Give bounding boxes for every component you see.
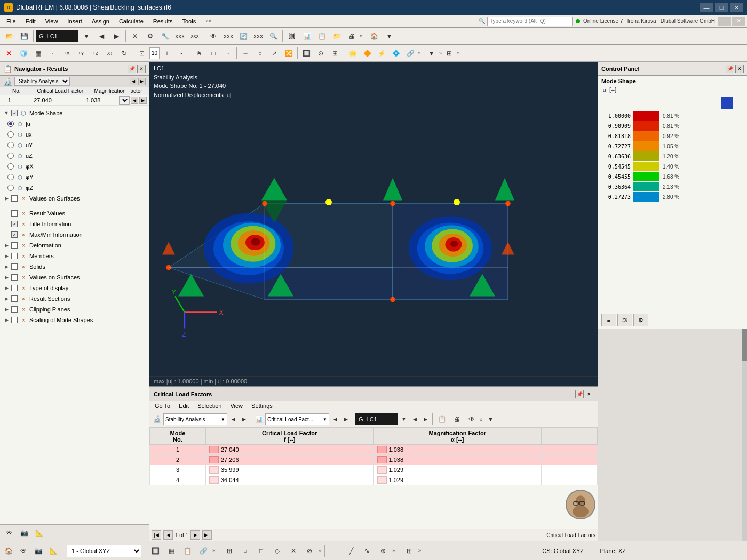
analysis-prev-btn[interactable]: ◀	[130, 78, 137, 85]
detach-button[interactable]: —	[718, 17, 731, 26]
clf-menu-view[interactable]: View	[227, 402, 246, 410]
cp-close-btn[interactable]: ✕	[735, 65, 744, 73]
tb-surface-btn[interactable]: ▦	[31, 46, 45, 60]
expand-icon-clipping-planes[interactable]: ▶	[3, 306, 10, 313]
clf-result-prev[interactable]: ◀	[330, 414, 340, 424]
status-extra-5[interactable]: ✕	[287, 544, 300, 558]
radio-phix[interactable]	[7, 163, 14, 170]
clf-lc-prev[interactable]: ◀	[410, 414, 419, 424]
status-line-2[interactable]: ╱	[344, 544, 358, 558]
mode-next-btn[interactable]: ▶	[139, 97, 147, 104]
checkbox-clipping-planes[interactable]	[11, 306, 18, 313]
nav-item-type-of-display[interactable]: ▶ × Type of display	[0, 283, 149, 293]
nav-item-mode-shape[interactable]: ▼ ⬡ Mode Shape	[0, 108, 149, 118]
tb-transform-btn[interactable]: ↔	[239, 46, 252, 60]
minimize-button[interactable]: —	[700, 3, 713, 12]
checkbox-title-info[interactable]	[11, 221, 18, 227]
checkbox-mode-shape[interactable]	[11, 110, 18, 116]
tb-transform-btn2[interactable]: ↕	[253, 46, 267, 60]
menu-calculate[interactable]: Calculate	[115, 17, 148, 26]
nav-item-ux[interactable]: ⬡ ux	[0, 129, 149, 140]
nav-item-result-sections[interactable]: ▶ × Result Sections	[0, 293, 149, 304]
tb-view-btn2[interactable]: xxx	[221, 29, 235, 43]
status-extra-6[interactable]: ⊘	[303, 544, 316, 558]
clf-close-btn[interactable]: ✕	[585, 390, 593, 398]
tb-view-top[interactable]: ⊙	[314, 46, 328, 60]
tb-lc-next[interactable]: ▶	[109, 29, 123, 43]
tb-grid-btn[interactable]: ⊞	[442, 46, 456, 60]
maximize-button[interactable]: □	[715, 3, 728, 12]
cp-pin-btn[interactable]: 📌	[726, 65, 734, 73]
tb-btn-4[interactable]: ⚙	[143, 29, 157, 43]
tb-open-btn[interactable]: 📂	[2, 29, 16, 43]
tb-view-iso[interactable]: 🔲	[299, 46, 313, 60]
nav-item-scaling[interactable]: ▶ × Scaling of Mode Shapes	[0, 315, 149, 325]
tb-axis-z[interactable]: +Z	[89, 46, 102, 60]
expand-icon-mode-shape[interactable]: ▼	[3, 110, 10, 116]
tb-zoom-btn[interactable]: 🔍	[266, 29, 280, 43]
nav-item-uy[interactable]: ⬡ uY	[0, 140, 149, 150]
expand-icon-values-surfaces-2[interactable]: ▶	[3, 274, 10, 281]
nav-item-uz[interactable]: ⬡ uZ	[0, 150, 149, 161]
tb-misc-4[interactable]: 💠	[389, 46, 403, 60]
license-close-button[interactable]: ✕	[732, 17, 745, 26]
tb-transform-btn4[interactable]: 🔀	[282, 46, 296, 60]
nav-item-values-surfaces-2[interactable]: ▶ × Values on Surfaces	[0, 272, 149, 283]
nav-item-result-values[interactable]: × Result Values	[0, 208, 149, 219]
tb-render-btn4[interactable]: 📁	[330, 29, 344, 43]
tb-lc-dropdown[interactable]: ▼	[80, 29, 93, 43]
menu-insert[interactable]: Insert	[63, 17, 86, 26]
checkbox-deformation[interactable]	[11, 242, 18, 249]
clf-analysis-next[interactable]: ▶	[239, 414, 249, 424]
tb-stop-btn[interactable]: ✕	[2, 46, 16, 60]
analysis-next-btn[interactable]: ▶	[138, 78, 146, 85]
nav-item-clipping-planes[interactable]: ▶ × Clipping Planes	[0, 304, 149, 315]
coord-system-selector[interactable]: 1 - Global XYZ	[67, 545, 141, 557]
navigator-pin-btn[interactable]: 📌	[128, 65, 136, 73]
tb-misc-1[interactable]: 🌟	[346, 46, 360, 60]
cp-tb-settings[interactable]: ⚙	[633, 314, 648, 326]
clf-tb-view[interactable]: 👁	[465, 412, 479, 426]
expand-icon-scaling[interactable]: ▶	[3, 317, 10, 323]
search-input[interactable]	[487, 17, 573, 26]
viewport-canvas[interactable]: Y X Z	[149, 101, 598, 376]
tb-save-btn[interactable]: 💾	[17, 29, 31, 43]
nav-item-members[interactable]: ▶ × Members	[0, 251, 149, 261]
status-line-4[interactable]: ⊕	[376, 544, 390, 558]
radio-ux[interactable]	[7, 131, 14, 138]
nav-item-maxmin-info[interactable]: × Max/Min Information	[0, 229, 149, 240]
tb-lc-prev[interactable]: ◀	[94, 29, 108, 43]
radio-phiy[interactable]	[7, 174, 14, 180]
menu-results[interactable]: Results	[149, 17, 177, 26]
tb-extra-btn2[interactable]: ▼	[383, 29, 396, 43]
checkbox-result-sections[interactable]	[11, 295, 18, 302]
tb-view-btn4[interactable]: xxx	[251, 29, 265, 43]
tb-btn-7[interactable]: xxx	[188, 29, 202, 43]
analysis-selector[interactable]: Stability Analysis ▼	[163, 413, 227, 425]
expand-icon-deformation[interactable]: ▶	[3, 242, 10, 249]
nav-item-phiz[interactable]: ⬡ φZ	[0, 182, 149, 193]
analysis-type-dropdown[interactable]: Stability Analysis	[14, 77, 70, 86]
menu-tools[interactable]: Tools	[178, 17, 200, 26]
status-line-1[interactable]: —	[328, 544, 342, 558]
tb-select-btn2[interactable]: □	[206, 46, 220, 60]
tb-node-btn[interactable]: ·	[45, 46, 59, 60]
checkbox-values-surfaces[interactable]	[11, 195, 18, 202]
expand-icon-members[interactable]: ▶	[3, 253, 10, 259]
expand-icon-solids[interactable]: ▶	[3, 263, 10, 270]
status-tb-2[interactable]: ▦	[164, 544, 178, 558]
tb-filter-btn[interactable]: ▼	[425, 46, 439, 60]
checkbox-result-values[interactable]	[11, 210, 18, 217]
checkbox-maxmin-info[interactable]	[11, 231, 18, 238]
nav-camera-btn[interactable]: 📷	[17, 526, 31, 540]
cp-tb-table[interactable]: ≡	[601, 314, 616, 326]
clf-menu-edit[interactable]: Edit	[176, 402, 192, 410]
tb-rotate-btn[interactable]: ↻	[117, 46, 131, 60]
expand-icon-result-sections[interactable]: ▶	[3, 295, 10, 302]
mode-dropdown[interactable]	[119, 96, 130, 105]
clf-analysis-prev[interactable]: ◀	[228, 414, 238, 424]
tb-render-btn[interactable]: 🖼	[285, 29, 299, 43]
nav-extra-btn[interactable]: 📐	[32, 526, 46, 540]
navigator-close-btn[interactable]: ✕	[137, 65, 146, 73]
nav-item-solids[interactable]: ▶ × Solids	[0, 261, 149, 272]
